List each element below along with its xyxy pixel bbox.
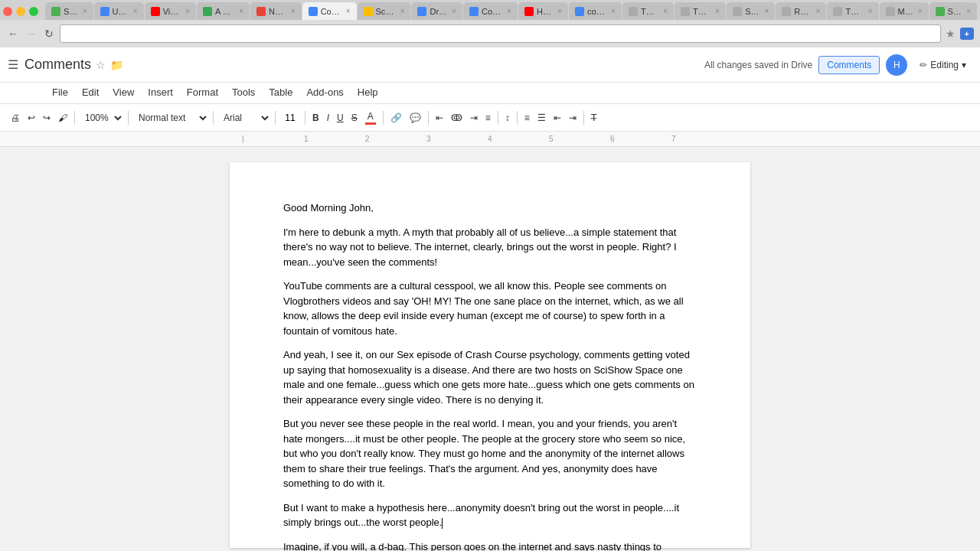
tab-surv-1[interactable]: Surv...× bbox=[45, 2, 93, 20]
tab-mary[interactable]: Mary...× bbox=[880, 2, 929, 20]
separator-8 bbox=[498, 111, 498, 125]
increase-indent-button[interactable]: ⇥ bbox=[566, 111, 580, 125]
browser-window: Surv...× Untitl...× Video...× A List ...… bbox=[0, 0, 980, 551]
tab-nerd[interactable]: Nerd!...× bbox=[250, 2, 302, 20]
bold-button[interactable]: B bbox=[309, 111, 322, 125]
separator-1 bbox=[74, 111, 75, 125]
style-select[interactable]: Normal text bbox=[132, 110, 209, 126]
menu-addons[interactable]: Add-ons bbox=[300, 84, 349, 100]
star-icon[interactable]: ☆ bbox=[96, 59, 106, 71]
clear-format-button[interactable]: T̶ bbox=[588, 111, 599, 125]
zoom-select[interactable]: 100% bbox=[79, 110, 124, 126]
separator-10 bbox=[583, 111, 584, 125]
align-right-button[interactable]: ⇥ bbox=[467, 111, 481, 125]
forward-button[interactable]: → bbox=[24, 26, 38, 41]
editing-mode-button[interactable]: ✏ Editing ▾ bbox=[913, 57, 972, 73]
tab-video[interactable]: Video...× bbox=[145, 2, 196, 20]
maximize-window-button[interactable] bbox=[29, 7, 38, 16]
tab-alist[interactable]: A List ...× bbox=[197, 2, 250, 20]
address-bar: ← → ↻ https://docs.google.com/document/d… bbox=[0, 20, 980, 47]
auto-save-status: All changes saved in Drive bbox=[704, 60, 812, 70]
menu-tools[interactable]: Tools bbox=[226, 84, 261, 100]
toolbar-right: Comments H ✏ Editing ▾ bbox=[818, 54, 972, 76]
comments-button[interactable]: Comments bbox=[818, 56, 880, 74]
print-button[interactable]: 🖨 bbox=[8, 111, 23, 125]
menu-help[interactable]: Help bbox=[351, 84, 384, 100]
document-content[interactable]: Good Morning John, I'm here to debunk a … bbox=[283, 201, 697, 551]
paragraph-2: I'm here to debunk a myth. A myth that p… bbox=[283, 225, 697, 270]
tab-self[interactable]: Self-...× bbox=[727, 2, 775, 20]
paint-format-button[interactable]: 🖌 bbox=[55, 111, 70, 125]
paragraph-6: But I want to make a hypothesis here...a… bbox=[283, 500, 697, 530]
format-toolbar: 🖨 ↩ ↪ 🖌 100% Normal text Arial B I U S A… bbox=[0, 104, 980, 132]
menu-format[interactable]: Format bbox=[181, 84, 224, 100]
text-cursor bbox=[442, 518, 443, 529]
back-button[interactable]: ← bbox=[6, 26, 20, 41]
document-title: Comments bbox=[24, 57, 91, 73]
avatar[interactable]: H bbox=[886, 54, 907, 76]
unordered-list-button[interactable]: ☰ bbox=[534, 111, 549, 125]
profile-button[interactable]: + bbox=[960, 28, 974, 40]
separator-9 bbox=[517, 111, 518, 125]
menu-file[interactable]: File bbox=[46, 84, 74, 100]
separator-3 bbox=[213, 111, 214, 125]
chevron-down-icon: ▾ bbox=[962, 60, 966, 70]
tab-bar: Surv...× Untitl...× Video...× A List ...… bbox=[0, 0, 980, 20]
separator-2 bbox=[128, 111, 129, 125]
tab-comments-active[interactable]: Comm...× bbox=[302, 2, 357, 20]
menu-bar: File Edit View Insert Format Tools Table… bbox=[0, 83, 980, 104]
paragraph-5: But you never see these people in the re… bbox=[283, 416, 697, 491]
line-spacing-button[interactable]: ↕ bbox=[502, 111, 513, 125]
app-toolbar: ☰ Comments ☆ 📁 All changes saved in Driv… bbox=[0, 47, 980, 83]
reload-button[interactable]: ↻ bbox=[43, 26, 55, 41]
separator-5 bbox=[305, 111, 305, 125]
close-window-button[interactable] bbox=[3, 7, 12, 16]
url-input[interactable]: https://docs.google.com/document/d/1dKBd… bbox=[67, 28, 934, 39]
separator-4 bbox=[275, 111, 276, 125]
tab-untitl[interactable]: Untitl...× bbox=[94, 2, 144, 20]
menu-table[interactable]: Table bbox=[263, 84, 299, 100]
align-left-button[interactable]: ⇤ bbox=[433, 111, 446, 125]
separator-7 bbox=[428, 111, 429, 125]
document-area[interactable]: Good Morning John, I'm here to debunk a … bbox=[0, 147, 980, 551]
comment-button[interactable]: 💬 bbox=[407, 111, 424, 125]
strikethrough-button[interactable]: S bbox=[348, 111, 361, 125]
paragraph-3: YouTube comments are a cultural cesspool… bbox=[283, 279, 697, 338]
decrease-indent-button[interactable]: ⇤ bbox=[550, 111, 564, 125]
italic-button[interactable]: I bbox=[324, 111, 332, 125]
minimize-window-button[interactable] bbox=[16, 7, 25, 16]
tab-thef[interactable]: The F...× bbox=[622, 2, 674, 20]
tab-thec[interactable]: The c...× bbox=[675, 2, 726, 20]
font-select[interactable]: Arial bbox=[217, 110, 271, 126]
tab-comm3[interactable]: comm...× bbox=[569, 2, 622, 20]
link-button[interactable]: 🔗 bbox=[387, 111, 405, 125]
paragraph-4: And yeah, I see it, on our Sex episode o… bbox=[283, 347, 697, 407]
undo-button[interactable]: ↩ bbox=[24, 111, 38, 125]
tab-script[interactable]: Script ...× bbox=[358, 2, 411, 20]
menu-edit[interactable]: Edit bbox=[76, 84, 105, 100]
tab-surv2[interactable]: Surv...× bbox=[929, 2, 978, 20]
font-color-button[interactable]: A bbox=[362, 109, 379, 126]
url-bar[interactable]: https://docs.google.com/document/d/1dKBd… bbox=[60, 24, 941, 43]
redo-button[interactable]: ↪ bbox=[40, 111, 54, 125]
font-size-input[interactable] bbox=[279, 112, 301, 123]
hamburger-menu-icon[interactable]: ☰ bbox=[8, 57, 18, 72]
tab-thec2[interactable]: The c...× bbox=[827, 2, 878, 20]
tab-robe[interactable]: Robe...× bbox=[776, 2, 826, 20]
tab-draft[interactable]: Draft ...× bbox=[411, 2, 462, 20]
bookmark-button[interactable]: ★ bbox=[946, 28, 956, 40]
ruler: | 1 2 3 4 5 6 7 bbox=[0, 132, 980, 147]
paragraph-1: Good Morning John, bbox=[283, 201, 697, 216]
paragraph-7: Imagine, if you will, a d-bag. This pers… bbox=[283, 540, 697, 552]
justify-button[interactable]: ≡ bbox=[482, 111, 494, 125]
menu-insert[interactable]: Insert bbox=[142, 84, 179, 100]
tab-how[interactable]: How ...× bbox=[518, 2, 568, 20]
underline-button[interactable]: U bbox=[334, 111, 347, 125]
folder-icon[interactable]: 📁 bbox=[110, 59, 123, 71]
tab-comm2[interactable]: Comm...× bbox=[463, 2, 518, 20]
doc-title-area: Comments ☆ 📁 bbox=[24, 57, 691, 73]
separator-6 bbox=[383, 111, 384, 125]
menu-view[interactable]: View bbox=[106, 84, 140, 100]
ordered-list-button[interactable]: ≡ bbox=[521, 111, 533, 125]
align-center-button[interactable]: ↂ bbox=[448, 111, 466, 125]
